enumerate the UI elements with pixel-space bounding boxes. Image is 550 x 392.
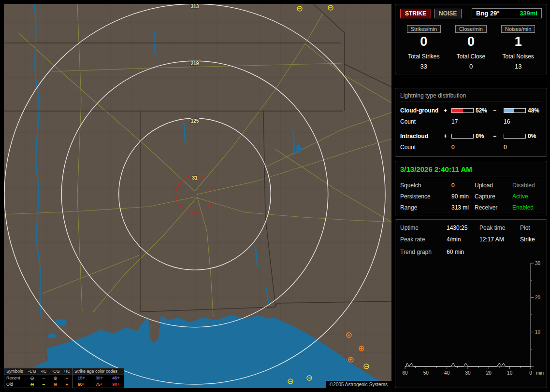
- cg-negative-count: 16: [504, 118, 526, 125]
- total-strikes-value: 33: [400, 63, 448, 70]
- ic-positive-count: 0: [451, 144, 474, 151]
- age-code-90: 90+: [108, 381, 124, 388]
- strikes-counter: Strikes/min 0 Total Strikes 33: [400, 25, 448, 70]
- ic-negative-bar: [504, 134, 526, 139]
- map-canvas: 31321912531: [4, 4, 391, 388]
- ic-positive-old-icon: +: [62, 382, 72, 388]
- range-value: 313 mi: [451, 204, 475, 211]
- trend-series: [405, 363, 531, 366]
- distribution-title: Lightning type distribution: [400, 92, 542, 101]
- intracloud-label: Intracloud: [400, 133, 444, 140]
- legend-col-cg-neg: -CG: [26, 368, 39, 375]
- noises-per-min-value: 1: [494, 34, 542, 49]
- cg-negative-bar: [504, 108, 526, 113]
- cg-negative-percent: 48%: [526, 107, 542, 114]
- svg-text:40: 40: [444, 370, 450, 376]
- trend-graph-label: Trend graph: [400, 249, 447, 255]
- uptime-value: 1430:25: [447, 224, 479, 231]
- count-label: Count: [400, 144, 444, 151]
- svg-text:10: 10: [535, 329, 541, 335]
- cg-negative-recent-icon: ⊖: [26, 376, 39, 381]
- legend-row-old-label: Old: [4, 381, 26, 388]
- range-ring-label: 31: [192, 175, 198, 181]
- age-code-15: 15+: [72, 375, 90, 381]
- intracloud-distribution: Intracloud + 0% − 0% Count 0 0: [400, 133, 542, 151]
- total-noises-value: 13: [494, 63, 542, 70]
- cg-positive-old-icon: ⊕: [49, 382, 62, 388]
- strikes-per-min-value: 0: [400, 34, 448, 49]
- strikes-per-min-chip: Strikes/min: [407, 25, 441, 33]
- range-ring-label: 125: [191, 118, 199, 124]
- close-per-min-value: 0: [448, 34, 495, 49]
- ic-positive-recent-icon: +: [62, 376, 72, 381]
- age-code-30: 30+: [90, 375, 108, 381]
- upload-label: Upload: [475, 182, 512, 189]
- bearing-value: Bng 29°: [476, 10, 500, 17]
- plus-sign: +: [444, 133, 451, 140]
- range-ring-label: 219: [191, 61, 199, 66]
- status-panel: 3/13/2026 2:40:11 AM Squelch 0 Upload Di…: [395, 161, 547, 215]
- total-close-value: 0: [448, 63, 495, 70]
- map-legend: Symbols -CG -IC +CG +IC Strike age color…: [4, 368, 124, 388]
- count-label: Count: [400, 118, 444, 125]
- range-label: Range: [400, 204, 451, 211]
- capture-label: Capture: [475, 193, 512, 200]
- age-code-45: 45+: [108, 375, 124, 381]
- svg-text:20: 20: [535, 295, 541, 300]
- ic-positive-bar: [451, 134, 474, 139]
- minus-sign: −: [493, 133, 504, 140]
- svg-text:20: 20: [486, 370, 492, 376]
- total-close-label: Total Close: [448, 53, 495, 60]
- plus-sign: +: [444, 107, 451, 114]
- cg-positive-bar: [451, 108, 474, 113]
- lake: [296, 144, 301, 153]
- noises-per-min-chip: Noises/min: [501, 25, 535, 33]
- cg-positive-count: 17: [451, 118, 474, 125]
- trend-graph: 6050403020100min102030: [400, 260, 545, 381]
- ic-negative-recent-icon: −: [39, 376, 49, 381]
- age-code-75: 75+: [90, 381, 108, 388]
- distribution-panel: Lightning type distribution Cloud-ground…: [395, 88, 547, 157]
- total-noises-label: Total Noises: [494, 53, 542, 60]
- strike-mode-button[interactable]: STRIKE: [400, 9, 431, 18]
- age-code-60: 60+: [72, 381, 90, 388]
- lightning-map[interactable]: 31321912531 Symbols -CG -IC +CG +IC Stri…: [4, 4, 391, 388]
- datetime-display: 3/13/2026 2:40:11 AM: [400, 165, 542, 177]
- ic-negative-old-icon: −: [39, 382, 49, 388]
- legend-symbols-header: Symbols: [4, 368, 26, 375]
- sidebar: STRIKE NOISE Bng 29° 339mi Strikes/min 0…: [395, 4, 547, 388]
- plot-label: Plot: [520, 224, 542, 231]
- counters-panel: STRIKE NOISE Bng 29° 339mi Strikes/min 0…: [395, 4, 547, 74]
- trend-window-value: 60 min: [447, 249, 542, 255]
- ic-positive-percent: 0%: [474, 133, 493, 140]
- svg-text:50: 50: [423, 370, 429, 376]
- plot-value: Strike: [520, 236, 542, 243]
- legend-col-cg-pos: +CG: [49, 368, 62, 375]
- range-ring-label: 313: [191, 4, 199, 9]
- peak-time-value: 12:17 AM: [479, 236, 520, 243]
- uptime-label: Uptime: [400, 224, 447, 231]
- receiver-status: Enabled: [512, 204, 542, 211]
- svg-text:30: 30: [465, 370, 471, 376]
- cg-negative-old-icon: ⊖: [26, 382, 39, 388]
- total-strikes-label: Total Strikes: [400, 53, 448, 60]
- svg-text:0: 0: [529, 370, 532, 376]
- receiver-label: Receiver: [475, 204, 512, 211]
- ic-negative-percent: 0%: [526, 133, 542, 140]
- legend-col-ic-pos: +IC: [62, 368, 72, 375]
- lake: [48, 334, 57, 338]
- copyright-notice: ©2005 Astrogenic Systems: [326, 381, 391, 388]
- persistence-value: 90 min: [451, 193, 475, 200]
- noises-counter: Noises/min 1 Total Noises 13: [494, 25, 542, 70]
- minus-sign: −: [493, 107, 504, 114]
- distance-value: 339mi: [520, 10, 537, 17]
- cloud-ground-label: Cloud-ground: [400, 107, 444, 114]
- legend-age-title: Strike age color codes: [72, 368, 124, 375]
- peak-rate-value: 4/min: [447, 236, 479, 243]
- legend-col-ic-neg: -IC: [39, 368, 49, 375]
- close-counter: Close/min 0 Total Close 0: [448, 25, 495, 70]
- squelch-value: 0: [451, 182, 475, 189]
- legend-row-recent-label: Recent: [4, 375, 26, 381]
- peak-time-label: Peak time: [479, 224, 520, 231]
- noise-mode-button[interactable]: NOISE: [434, 9, 462, 18]
